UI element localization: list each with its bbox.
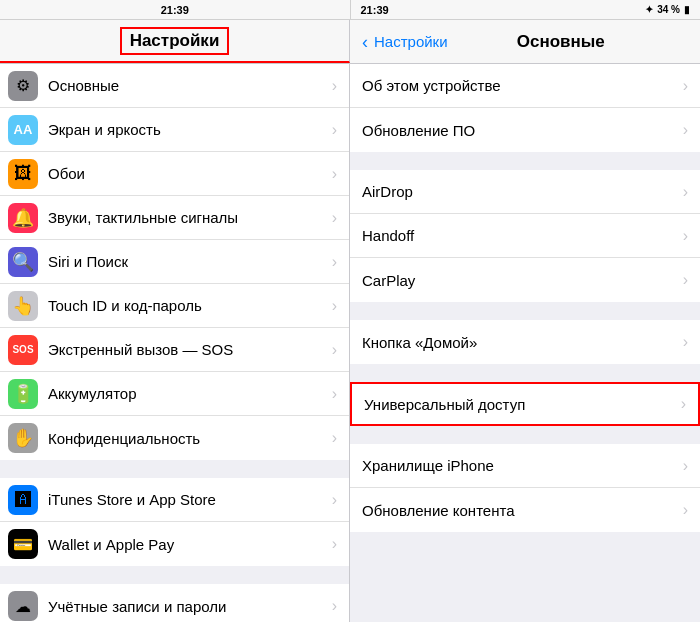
list-item[interactable]: 🔔 Звуки, тактильные сигналы › [0, 196, 349, 240]
time-left: 21:39 [161, 4, 189, 16]
right-header: ‹ Настройки Основные [350, 20, 700, 63]
list-item[interactable]: Об этом устройстве › [350, 64, 700, 108]
chevron-icon: › [683, 183, 688, 201]
right-group-5: Хранилище iPhone › Обновление контента › [350, 444, 700, 532]
settings-icon: ⚙ [8, 71, 38, 101]
right-group-4: Универсальный доступ › [350, 382, 700, 426]
left-group-1: ⚙ Основные › AA Экран и яркость › 🖼 Обои… [0, 64, 349, 460]
item-label: Обновление контента [362, 502, 683, 519]
item-label: Звуки, тактильные сигналы [48, 209, 332, 226]
status-bar-left: 21:39 [0, 0, 350, 20]
sounds-icon: 🔔 [8, 203, 38, 233]
chevron-icon: › [332, 297, 337, 315]
item-label: Handoff [362, 227, 683, 244]
item-label: Хранилище iPhone [362, 457, 683, 474]
left-header: Настройки [0, 20, 350, 63]
sos-icon: SOS [8, 335, 38, 365]
bluetooth-icon: ✦ [645, 4, 653, 15]
chevron-icon: › [683, 457, 688, 475]
chevron-icon: › [332, 341, 337, 359]
status-bar-right: 21:39 ✦ 34 % ▮ [351, 0, 701, 20]
item-label: Экстренный вызов — SOS [48, 341, 332, 358]
display-icon: AA [8, 115, 38, 145]
list-item[interactable]: AirDrop › [350, 170, 700, 214]
list-item[interactable]: 👆 Touch ID и код-пароль › [0, 284, 349, 328]
touchid-icon: 👆 [8, 291, 38, 321]
left-group-2: 🅰 iTunes Store и App Store › 💳 Wallet и … [0, 478, 349, 566]
list-item[interactable]: Кнопка «Домой» › [350, 320, 700, 364]
item-label: Конфиденциальность [48, 430, 332, 447]
section-gap [350, 302, 700, 320]
content: ⚙ Основные › AA Экран и яркость › 🖼 Обои… [0, 64, 700, 622]
item-label: Экран и яркость [48, 121, 332, 138]
chevron-icon: › [332, 491, 337, 509]
chevron-icon: › [332, 165, 337, 183]
itunes-icon: 🅰 [8, 485, 38, 515]
list-item[interactable]: AA Экран и яркость › [0, 108, 349, 152]
item-label: Siri и Поиск [48, 253, 332, 270]
chevron-icon: › [683, 77, 688, 95]
item-label: Обои [48, 165, 332, 182]
accounts-icon: ☁ [8, 591, 38, 621]
chevron-icon: › [332, 77, 337, 95]
right-header-title: Основные [517, 32, 625, 52]
list-item[interactable]: ⚙ Основные › [0, 64, 349, 108]
item-label: CarPlay [362, 272, 683, 289]
list-item[interactable]: CarPlay › [350, 258, 700, 302]
battery-icon: ▮ [684, 4, 690, 15]
list-item[interactable]: Хранилище iPhone › [350, 444, 700, 488]
chevron-icon: › [332, 535, 337, 553]
item-label: Универсальный доступ [364, 396, 681, 413]
chevron-icon: › [332, 209, 337, 227]
battery-icon: 🔋 [8, 379, 38, 409]
right-group-3: Кнопка «Домой» › [350, 320, 700, 364]
right-group-2: AirDrop › Handoff › CarPlay › [350, 170, 700, 302]
item-label: Touch ID и код-пароль [48, 297, 332, 314]
chevron-icon: › [332, 253, 337, 271]
list-item[interactable]: Обновление контента › [350, 488, 700, 532]
list-item[interactable]: ☁ Учётные записи и пароли › [0, 584, 349, 622]
item-label: iTunes Store и App Store [48, 491, 332, 508]
item-label: AirDrop [362, 183, 683, 200]
chevron-icon: › [681, 395, 686, 413]
item-label: Обновление ПО [362, 122, 683, 139]
chevron-icon: › [683, 333, 688, 351]
list-item[interactable]: 🔋 Аккумулятор › [0, 372, 349, 416]
chevron-icon: › [332, 429, 337, 447]
chevron-icon: › [332, 385, 337, 403]
list-item[interactable]: 🖼 Обои › [0, 152, 349, 196]
chevron-icon: › [683, 501, 688, 519]
section-gap [350, 426, 700, 444]
headers: Настройки ‹ Настройки Основные [0, 20, 700, 64]
list-item[interactable]: ✋ Конфиденциальность › [0, 416, 349, 460]
list-item[interactable]: Обновление ПО › [350, 108, 700, 152]
privacy-icon: ✋ [8, 423, 38, 453]
chevron-icon: › [683, 227, 688, 245]
back-chevron-icon: ‹ [362, 33, 368, 51]
item-label: Аккумулятор [48, 385, 332, 402]
list-item[interactable]: 💳 Wallet и Apple Pay › [0, 522, 349, 566]
item-label: Учётные записи и пароли [48, 598, 332, 615]
list-item[interactable]: 🔍 Siri и Поиск › [0, 240, 349, 284]
list-item[interactable]: SOS Экстренный вызов — SOS › [0, 328, 349, 372]
time-right: 21:39 [361, 4, 389, 16]
item-label: Основные [48, 77, 332, 94]
list-item[interactable]: Handoff › [350, 214, 700, 258]
wallpaper-icon: 🖼 [8, 159, 38, 189]
section-gap [0, 460, 349, 478]
universal-access-item[interactable]: Универсальный доступ › [350, 382, 700, 426]
section-gap [350, 364, 700, 382]
left-group-3: ☁ Учётные записи и пароли › [0, 584, 349, 622]
chevron-icon: › [683, 271, 688, 289]
back-button[interactable]: Настройки [374, 33, 448, 50]
siri-icon: 🔍 [8, 247, 38, 277]
right-group-1: Об этом устройстве › Обновление ПО › [350, 64, 700, 152]
item-label: Кнопка «Домой» [362, 334, 683, 351]
item-label: Wallet и Apple Pay [48, 536, 332, 553]
left-header-title: Настройки [120, 27, 230, 55]
section-gap [0, 566, 349, 584]
wallet-icon: 💳 [8, 529, 38, 559]
left-panel: ⚙ Основные › AA Экран и яркость › 🖼 Обои… [0, 64, 350, 622]
battery-text: 34 % [657, 4, 680, 15]
list-item[interactable]: 🅰 iTunes Store и App Store › [0, 478, 349, 522]
